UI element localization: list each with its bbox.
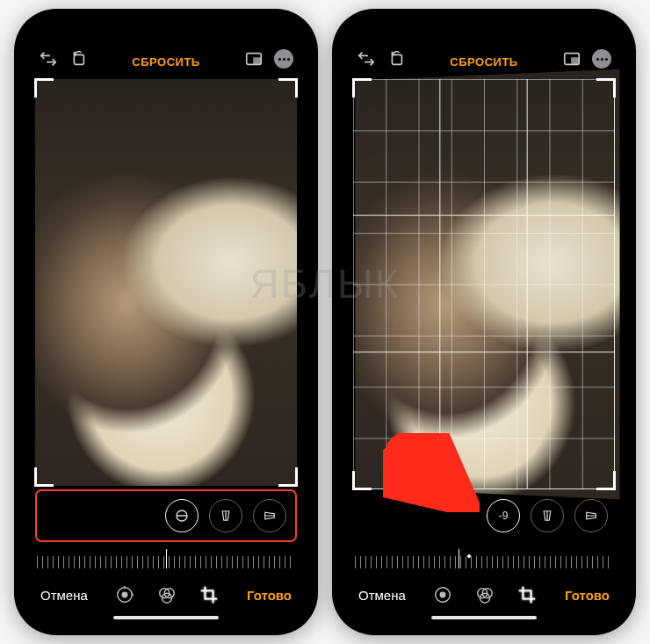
straighten-button[interactable]: -9 — [487, 499, 520, 532]
vertical-perspective-button[interactable] — [209, 499, 242, 532]
reset-button[interactable]: СБРОСИТЬ — [98, 55, 234, 69]
svg-point-21 — [441, 592, 446, 597]
straighten-value: -9 — [499, 510, 509, 522]
vertical-perspective-button[interactable] — [531, 499, 564, 532]
horizontal-perspective-button[interactable] — [253, 499, 286, 532]
edit-modes — [97, 585, 238, 604]
photo-canvas[interactable] — [353, 79, 615, 489]
angle-dial[interactable] — [37, 544, 295, 575]
aspect-ratio-icon[interactable] — [244, 49, 264, 69]
perspective-tools-row — [35, 489, 297, 542]
phone-left: СБРОСИТЬ — [14, 9, 318, 635]
reset-button[interactable]: СБРОСИТЬ — [416, 55, 552, 69]
photo-canvas[interactable] — [35, 79, 297, 486]
rotate-icon[interactable] — [69, 49, 88, 69]
screen: СБРОСИТЬ — [25, 19, 307, 625]
dial-center-indicator — [166, 549, 167, 568]
svg-rect-16 — [572, 58, 578, 63]
home-indicator[interactable] — [113, 616, 219, 619]
crop-mode-icon[interactable] — [199, 585, 219, 604]
edit-modes — [415, 585, 556, 604]
notch — [96, 19, 236, 44]
more-icon[interactable] — [592, 49, 611, 69]
notch — [414, 19, 554, 44]
filters-mode-icon[interactable] — [157, 585, 177, 604]
svg-rect-0 — [74, 54, 83, 64]
svg-rect-14 — [392, 54, 401, 64]
home-indicator[interactable] — [431, 616, 537, 619]
photo-image — [35, 79, 297, 486]
cancel-button[interactable]: Отмена — [40, 588, 88, 603]
dial-ticks — [355, 556, 613, 568]
phone-right: СБРОСИТЬ -9 — [332, 9, 636, 635]
horizontal-perspective-button[interactable] — [574, 499, 608, 532]
angle-dial[interactable] — [355, 544, 613, 575]
svg-line-19 — [390, 440, 464, 502]
adjust-mode-icon[interactable] — [433, 585, 452, 604]
aspect-ratio-icon[interactable] — [562, 49, 581, 69]
more-icon[interactable] — [274, 49, 293, 69]
adjust-mode-icon[interactable] — [115, 585, 134, 604]
crop-mode-icon[interactable] — [517, 585, 537, 604]
straighten-button[interactable] — [165, 499, 199, 532]
dial-center-indicator — [459, 549, 459, 568]
svg-point-8 — [123, 592, 128, 597]
done-button[interactable]: Готово — [565, 588, 610, 603]
flip-icon[interactable] — [39, 49, 58, 69]
rotate-icon[interactable] — [386, 49, 406, 69]
cancel-button[interactable]: Отмена — [358, 588, 406, 603]
filters-mode-icon[interactable] — [475, 585, 495, 604]
screen: СБРОСИТЬ -9 — [343, 19, 625, 625]
flip-icon[interactable] — [357, 49, 376, 69]
svg-rect-2 — [254, 58, 260, 63]
annotation-arrow — [383, 433, 480, 512]
done-button[interactable]: Готово — [247, 588, 292, 603]
